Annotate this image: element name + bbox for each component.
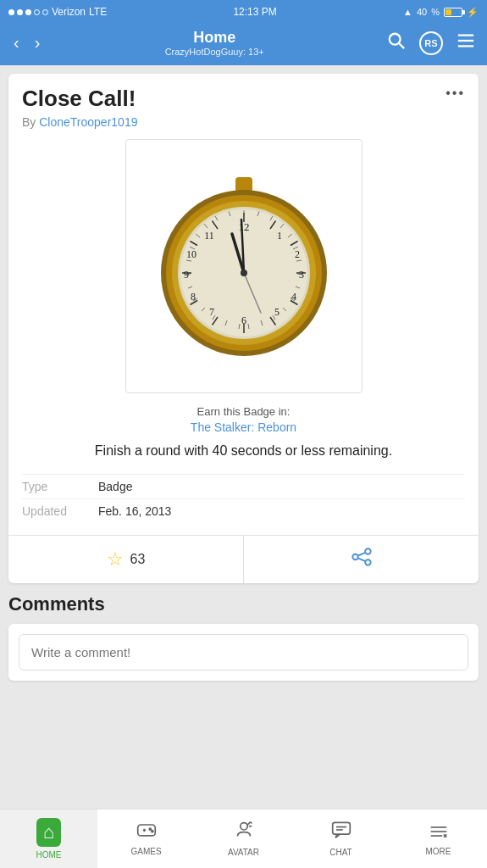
rs-button[interactable]: RS	[416, 30, 446, 57]
tab-home[interactable]: ⌂ HOME	[0, 810, 97, 868]
battery-pct-label: 40	[417, 7, 427, 17]
svg-point-0	[390, 34, 401, 45]
svg-point-66	[241, 270, 247, 276]
menu-button[interactable]	[453, 30, 479, 56]
signal-dot-3	[25, 9, 31, 15]
svg-line-70	[357, 553, 365, 556]
avatar-icon	[235, 821, 253, 844]
svg-point-68	[365, 560, 371, 566]
svg-rect-81	[332, 822, 350, 834]
search-button[interactable]	[384, 30, 409, 56]
earn-badge-section: Earn this Badge in: The Stalker: Reborn	[22, 405, 465, 435]
bottom-nav: ⌂ HOME GAMES AVATAR	[0, 809, 487, 868]
svg-point-67	[365, 549, 371, 555]
updated-label: Updated	[22, 504, 98, 518]
badge-description: Finish a round with 40 seconds or less r…	[22, 442, 465, 460]
badge-title: Close Call!	[22, 86, 136, 112]
updated-row: Updated Feb. 16, 2013	[22, 498, 465, 523]
action-row: ☆ 63	[8, 535, 479, 583]
carrier-label: Verizon	[52, 6, 86, 18]
signal-dot-2	[17, 9, 23, 15]
signal-dot-4	[34, 9, 40, 15]
svg-text:10: 10	[186, 248, 196, 260]
svg-point-75	[149, 828, 151, 830]
author-prefix: By	[22, 115, 39, 129]
more-options-button[interactable]: •••	[445, 86, 465, 101]
svg-text:6: 6	[241, 314, 246, 326]
back-button[interactable]: ‹	[8, 31, 25, 54]
svg-point-69	[352, 554, 358, 560]
page-title: Home	[45, 29, 384, 47]
comment-input[interactable]	[19, 634, 468, 670]
nav-bar: ‹ › Home CrazyHotDogGuuy: 13+ RS	[0, 24, 487, 65]
home-icon: ⌂	[43, 821, 54, 843]
games-icon	[136, 821, 157, 843]
tab-more[interactable]: MORE	[390, 810, 487, 868]
star-icon: ☆	[107, 548, 124, 570]
svg-text:4: 4	[291, 291, 296, 303]
badge-image: 12 1 2 3 4 5 6 7 8 9 10 11	[125, 139, 362, 393]
svg-text:7: 7	[209, 306, 214, 318]
share-button[interactable]	[244, 536, 479, 583]
svg-text:11: 11	[204, 230, 214, 242]
updated-value: Feb. 16, 2013	[98, 504, 171, 518]
status-bar: Verizon LTE 12:13 PM ▲ 40% ⚡	[0, 0, 487, 24]
share-icon	[351, 548, 373, 571]
tab-chat-label: CHAT	[329, 848, 351, 857]
svg-point-77	[240, 823, 246, 830]
favorite-button[interactable]: ☆ 63	[8, 536, 244, 583]
svg-text:8: 8	[191, 291, 196, 303]
more-icon	[429, 821, 448, 843]
svg-text:2: 2	[295, 248, 300, 260]
nav-subtitle: CrazyHotDogGuuy: 13+	[45, 47, 384, 57]
type-row: Type Badge	[22, 474, 465, 498]
earn-badge-label: Earn this Badge in:	[22, 405, 465, 418]
signal-dot-1	[8, 9, 14, 15]
badge-card: Close Call! ••• By CloneTrooper1019	[8, 74, 479, 583]
svg-point-76	[151, 831, 152, 832]
badge-meta: Type Badge Updated Feb. 16, 2013	[22, 474, 465, 523]
svg-line-79	[250, 822, 252, 824]
forward-button[interactable]: ›	[30, 31, 46, 54]
svg-text:9: 9	[184, 269, 189, 281]
svg-text:12: 12	[238, 220, 249, 233]
svg-text:5: 5	[274, 306, 279, 318]
chat-icon	[331, 821, 351, 844]
comments-section: Comments	[8, 593, 479, 681]
tab-avatar[interactable]: AVATAR	[195, 810, 292, 868]
rs-icon: RS	[419, 31, 443, 55]
svg-text:1: 1	[277, 230, 282, 242]
location-icon: ▲	[403, 7, 412, 17]
earn-badge-game-link[interactable]: The Stalker: Reborn	[191, 420, 296, 434]
tab-games[interactable]: GAMES	[97, 810, 195, 868]
tab-avatar-label: AVATAR	[228, 848, 259, 857]
svg-line-71	[357, 559, 365, 562]
tab-home-label: HOME	[36, 850, 62, 860]
type-label: Type	[22, 480, 98, 493]
tab-games-label: GAMES	[130, 847, 161, 856]
svg-line-1	[399, 43, 404, 48]
main-content: Close Call! ••• By CloneTrooper1019	[0, 65, 487, 699]
svg-text:3: 3	[299, 269, 304, 281]
time-label: 12:13 PM	[233, 6, 276, 18]
author-link[interactable]: CloneTrooper1019	[39, 115, 137, 129]
badge-author: By CloneTrooper1019	[22, 115, 465, 129]
network-label: LTE	[89, 6, 107, 18]
signal-dot-5	[42, 9, 48, 15]
comments-heading: Comments	[8, 593, 479, 615]
star-count: 63	[130, 552, 146, 567]
tab-chat[interactable]: CHAT	[292, 810, 390, 868]
comment-input-card	[8, 624, 479, 681]
battery-icon	[444, 8, 462, 17]
tab-more-label: MORE	[426, 847, 451, 856]
type-value: Badge	[98, 480, 132, 493]
